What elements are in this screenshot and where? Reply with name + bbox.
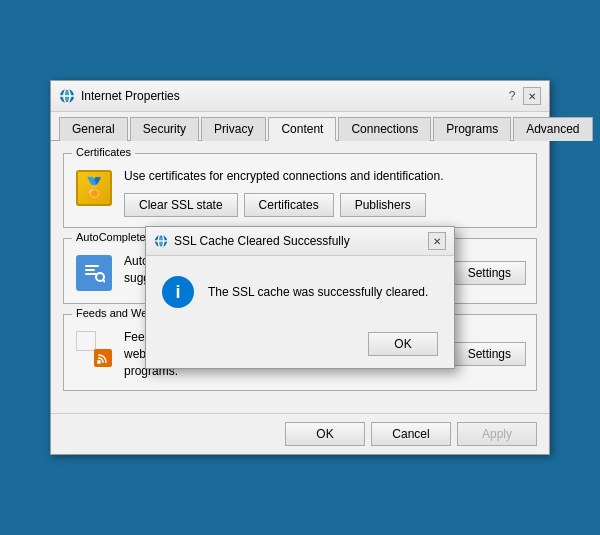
- ssl-cleared-dialog: SSL Cache Cleared Successfully ✕ i The S…: [145, 226, 455, 369]
- dialog-buttons: OK: [146, 324, 454, 368]
- dialog-message: The SSL cache was successfully cleared.: [208, 285, 428, 299]
- dialog-title-left: SSL Cache Cleared Successfully: [154, 234, 350, 248]
- dialog-close-button[interactable]: ✕: [428, 232, 446, 250]
- dialog-title: SSL Cache Cleared Successfully: [174, 234, 350, 248]
- dialog-ie-icon: [154, 234, 168, 248]
- info-icon: i: [162, 276, 194, 308]
- dialog-overlay: SSL Cache Cleared Successfully ✕ i The S…: [51, 81, 549, 453]
- internet-properties-window: Internet Properties ? ✕ General Security…: [50, 80, 550, 454]
- dialog-content: i The SSL cache was successfully cleared…: [146, 256, 454, 324]
- dialog-ok-button[interactable]: OK: [368, 332, 438, 356]
- dialog-title-bar: SSL Cache Cleared Successfully ✕: [146, 227, 454, 256]
